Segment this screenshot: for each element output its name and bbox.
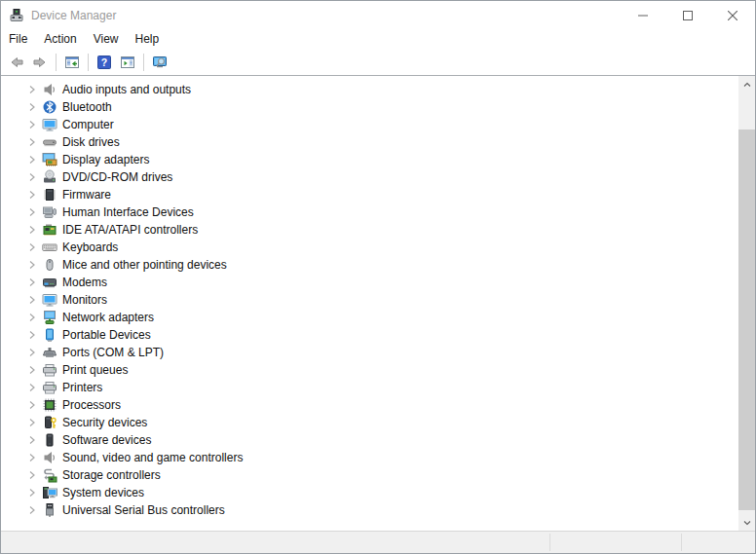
expand-chevron-icon[interactable] [24,502,40,518]
tree-item-mice-and-other-pointing-devices[interactable]: Mice and other pointing devices [1,256,738,274]
toolbar-separator [143,54,144,71]
expand-chevron-icon[interactable] [24,82,40,97]
tree-item-modems[interactable]: Modems [1,274,738,291]
expand-chevron-icon[interactable] [24,99,40,115]
security-device-icon [42,415,57,430]
menu-help[interactable]: Help [128,29,169,50]
toolbar-separator [56,54,57,71]
dvd-drive-icon [42,169,57,185]
tree-item-keyboards[interactable]: Keyboards [1,239,738,256]
scroll-up-icon [741,79,753,91]
forward-button[interactable] [28,52,52,73]
tree-item-storage-controllers[interactable]: Storage controllers [1,466,738,484]
scroll-down-icon [741,517,753,529]
tree-item-universal-serial-bus-controllers[interactable]: Universal Serial Bus controllers [1,501,738,519]
toolbar-separator [88,54,89,71]
expand-chevron-icon[interactable] [24,345,40,360]
scroll-up-button[interactable] [738,76,755,92]
tree-item-human-interface-devices[interactable]: Human Interface Devices [1,203,738,221]
expand-chevron-icon[interactable] [24,275,40,290]
action-pane-icon [120,55,135,70]
disk-drive-icon [42,134,57,150]
tree-item-ide-ata-atapi-controllers[interactable]: IDE ATA/ATAPI controllers [1,221,738,239]
expand-chevron-icon[interactable] [24,397,40,413]
tree-item-firmware[interactable]: Firmware [1,186,738,203]
display-adapter-icon [42,152,57,167]
minimize-button[interactable] [621,1,665,29]
expand-chevron-icon[interactable] [24,467,40,483]
expand-chevron-icon[interactable] [24,310,40,325]
expand-chevron-icon[interactable] [24,240,40,255]
expand-chevron-icon[interactable] [24,432,40,448]
menu-action[interactable]: Action [36,29,85,50]
menu-view[interactable]: View [86,29,128,50]
tree-item-dvd-cd-rom-drives[interactable]: DVD/CD-ROM drives [1,168,738,186]
expand-chevron-icon[interactable] [24,169,40,185]
expand-chevron-icon[interactable] [24,187,40,203]
tree-item-audio-inputs-and-outputs[interactable]: Audio inputs and outputs [1,81,738,98]
expand-chevron-icon[interactable] [24,415,40,430]
show-action-pane-button[interactable] [116,52,139,73]
help-button[interactable]: ? [93,52,116,73]
hid-icon [42,204,57,220]
device-manager-window: Device Manager FileActionViewHelp ? Audi… [0,0,756,554]
printer-icon [42,380,57,395]
expand-chevron-icon[interactable] [24,450,40,465]
tree-item-printers[interactable]: Printers [1,379,738,396]
window-controls [621,1,755,29]
portable-device-icon [42,327,57,343]
monitor-icon [42,117,57,132]
expand-chevron-icon[interactable] [24,327,40,343]
back-button[interactable] [5,52,28,73]
expand-chevron-icon[interactable] [24,257,40,273]
tree-item-computer[interactable]: Computer [1,116,738,133]
close-button[interactable] [710,1,755,29]
scroll-down-button[interactable] [738,514,755,531]
tree-item-portable-devices[interactable]: Portable Devices [1,326,738,344]
scan-for-hardware-changes-button[interactable] [148,52,171,73]
statusbar-divider [681,534,682,551]
usb-icon [42,502,57,518]
ide-controller-icon [42,222,57,238]
speaker-icon [42,82,57,97]
expand-chevron-icon[interactable] [24,152,40,167]
expand-chevron-icon[interactable] [24,362,40,378]
expand-chevron-icon[interactable] [24,485,40,500]
expand-chevron-icon[interactable] [24,134,40,150]
show-console-tree-button[interactable] [60,52,84,73]
minimize-icon [638,11,648,20]
tree-item-security-devices[interactable]: Security devices [1,414,738,431]
scrollbar-thumb[interactable] [738,129,755,510]
tree-item-processors[interactable]: Processors [1,396,738,414]
tree-item-bluetooth[interactable]: Bluetooth [1,98,738,116]
expand-chevron-icon[interactable] [24,204,40,220]
expand-chevron-icon[interactable] [24,222,40,238]
tree-item-disk-drives[interactable]: Disk drives [1,133,738,151]
expand-chevron-icon[interactable] [24,380,40,395]
tree-item-monitors[interactable]: Monitors [1,291,738,309]
software-device-icon [42,432,57,448]
title-bar[interactable]: Device Manager [1,1,755,29]
system-device-icon [42,485,57,500]
status-bar [1,531,755,553]
tree-item-ports-com-lpt[interactable]: Ports (COM & LPT) [1,344,738,361]
speaker-icon [42,450,57,465]
printer-icon [42,362,57,378]
forward-arrow-icon [32,55,48,70]
tree-item-system-devices[interactable]: System devices [1,484,738,501]
tree-item-sound-video-and-game-controllers[interactable]: Sound, video and game controllers [1,449,738,466]
device-tree: Audio inputs and outputs Bluetooth Compu… [1,76,738,531]
serial-port-icon [42,345,57,360]
expand-chevron-icon[interactable] [24,117,40,132]
maximize-button[interactable] [665,1,710,29]
tree-item-network-adapters[interactable]: Network adapters [1,309,738,326]
tree-item-print-queues[interactable]: Print queues [1,361,738,379]
menu-file[interactable]: File [1,29,36,50]
close-icon [728,11,737,20]
tree-item-software-devices[interactable]: Software devices [1,431,738,449]
toolbar: ? [1,50,755,76]
vertical-scrollbar[interactable] [738,76,755,531]
console-tree-icon [64,55,80,70]
tree-item-display-adapters[interactable]: Display adapters [1,151,738,168]
expand-chevron-icon[interactable] [24,292,40,308]
